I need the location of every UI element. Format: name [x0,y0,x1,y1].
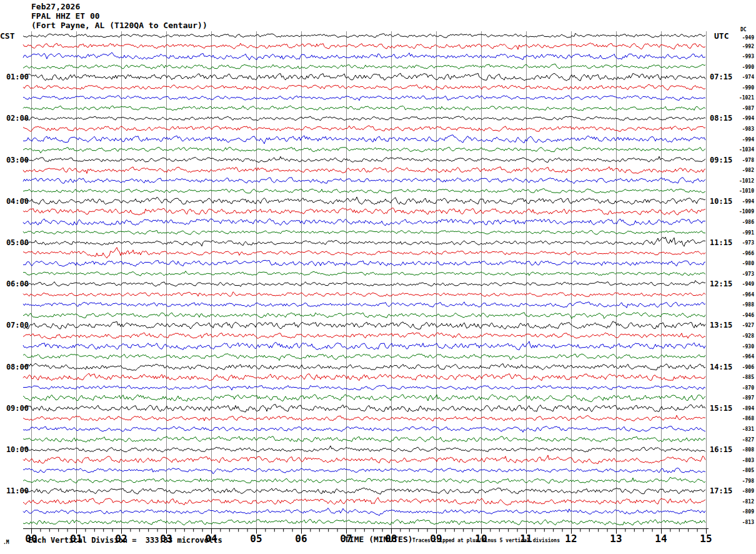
dc-offset-value: -973 [728,272,754,277]
trace-row-black [23,33,705,38]
dc-offset-value: -1021 [728,96,754,101]
trace-row-green [23,64,705,69]
dc-offset-value: -992 [728,44,754,49]
trace-row-green [23,147,705,153]
trace-row-red [23,84,705,90]
dc-offset-value: -927 [728,323,754,328]
dc-offset-value: -994 [728,116,754,121]
dc-offset-value: -982 [728,168,754,173]
dc-offset-value: -930 [728,345,754,350]
trace-row-blue [23,302,705,308]
right-timezone-label: UTC [714,31,729,41]
dc-offset-value: -988 [728,303,754,308]
trace-row-black [23,488,705,494]
trace-row-blue [23,468,705,474]
trace-row-red [23,374,705,381]
trace-row-blue [23,260,705,266]
trace-row-red [23,292,705,297]
dc-offset-value: -966 [728,251,754,256]
seismogram-plot [0,0,756,554]
dc-offset-value: -827 [728,438,754,443]
trace-row-green [23,230,705,234]
trace-row-blue [23,219,705,226]
trace-row-red [23,498,705,505]
dc-offset-value: -803 [728,458,754,463]
trace-row-green [23,106,705,111]
trace-row-black [23,446,705,452]
dc-offset-value: -986 [728,220,754,225]
cst-hour-label: 04:00 [1,198,29,205]
trace-row-red [23,415,705,421]
dc-offset-value: -1009 [728,209,754,214]
dc-offset-value: -946 [728,313,754,318]
dc-offset-value: -994 [728,138,754,143]
trace-row-blue [23,53,705,60]
trace-row-green [23,395,705,402]
cst-hour-label: 11:00 [1,487,29,495]
trace-row-red [23,167,705,174]
trace-row-black [23,156,705,162]
trace-row-blue [23,178,705,184]
x-axis-tick-label: 05 [242,534,270,544]
dc-offset-value: -990 [728,86,754,91]
trace-row-blue [23,426,705,433]
dc-offset-value: -980 [728,261,754,266]
dc-offset-value: -808 [728,448,754,453]
x-axis-tick-label: 12 [557,534,585,544]
trace-row-green [23,436,705,442]
trace-row-black [23,116,705,121]
x-axis-tick-label: 14 [647,534,675,544]
title-location: (Fort Payne, AL (T120QA to Centaur)) [31,21,207,30]
trace-row-green [23,313,705,319]
trace-row-green [23,519,705,525]
trace-row-red [23,333,705,339]
dc-offset-value: -897 [728,396,754,401]
trace-row-black [23,73,705,81]
x-axis-title: TIME (MINUTES) [344,535,413,544]
dc-offset-value: -831 [728,427,754,432]
trace-row-red [23,455,705,464]
trace-row-black [23,321,705,330]
dc-offset-value: -949 [728,282,754,287]
dc-offset-value: -964 [728,355,754,360]
cst-hour-label: 10:00 [1,446,29,453]
cst-hour-label: 07:00 [1,321,29,329]
dc-offset-value: -974 [728,75,754,80]
trace-row-blue [23,385,705,390]
clip-note: Traces clipped at plus/minus 5 vertical … [412,538,560,543]
dc-offset-value: -805 [728,468,754,473]
dc-offset-value: -973 [728,241,754,246]
x-axis-tick-label: 06 [287,534,315,544]
x-axis-tick-label: 15 [692,534,720,544]
trace-row-red [23,248,705,258]
dc-offset-value: -993 [728,54,754,59]
dc-offset-value: -964 [728,293,754,298]
left-timezone-label: CST [0,31,14,41]
dc-offset-value: -994 [728,199,754,204]
trace-row-blue [23,135,705,144]
title-station: FPAL HHZ ET 00 [31,11,100,21]
trace-row-red [23,43,705,50]
dc-offset-value: -990 [728,65,754,70]
trace-row-blue [23,341,705,350]
trace-row-green [23,354,705,361]
trace-row-red [23,126,705,132]
dc-offset-value: -1034 [728,148,754,153]
dc-offset-value: -1012 [728,179,754,184]
dc-offset-value: -894 [728,406,754,411]
cst-hour-label: 06:00 [1,280,29,288]
cst-hour-label: 03:00 [1,156,29,164]
dc-offset-value: -978 [728,158,754,163]
dc-offset-value: -1010 [728,189,754,194]
dc-offset-value: -812 [728,500,754,505]
title-date: Feb27,2026 [31,2,80,11]
dc-offset-value: -885 [728,375,754,380]
trace-row-blue [23,96,705,101]
cst-hour-label: 05:00 [1,239,29,246]
dc-offset-value: -868 [728,416,754,421]
trace-row-black [23,237,705,246]
dc-offset-value: -983 [728,127,754,132]
dc-offset-value: -906 [728,365,754,370]
scale-note: Each Vertical Division = 333.33 microvol… [28,536,222,545]
margin-mark: .M [3,540,9,545]
